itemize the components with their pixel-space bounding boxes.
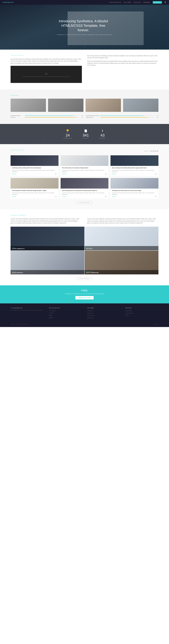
freebie-card-4[interactable]: WIREFRAME SKETCH WIREFRAME bbox=[85, 251, 158, 274]
article-title-6: 10 things we've learnt about our users (… bbox=[112, 190, 157, 192]
video-placeholder: ✕ This media could not be loaded, either… bbox=[11, 66, 82, 83]
googleplus-icon[interactable]: g+ bbox=[155, 324, 156, 325]
footer-copyright: Copyright © Synthetica. All rights reser… bbox=[11, 324, 28, 325]
articles-label: LATEST ARTICLES bbox=[11, 150, 24, 150]
skill-row-2: HTML/CSS 95% bbox=[11, 117, 83, 118]
stat-awards-number: 24 bbox=[63, 133, 72, 138]
skill-label-3: INTERACTIVE PROTOTYPING bbox=[86, 115, 99, 116]
article-meta-3: Synthetica 💬 0 bbox=[112, 174, 157, 174]
article-meta-6: Synthetica 💬 0 bbox=[112, 196, 157, 197]
nav-link-crew[interactable]: THE CREW bbox=[124, 2, 131, 3]
footer-link-member4[interactable]: Member Four bbox=[87, 317, 93, 318]
nav-links: THE COLLECTIVE THE CREW ARTICLES FREEBIE… bbox=[109, 1, 166, 4]
crew-member-4 bbox=[123, 99, 158, 112]
skill-col-right: INTERACTIVE PROTOTYPING 80% VISUAL DESIG… bbox=[86, 115, 158, 119]
nav-link-articles[interactable]: ARTICLES bbox=[134, 2, 141, 3]
free-banner-heading: FREE bbox=[11, 289, 158, 292]
subscribe-button[interactable]: Subscribe bbox=[153, 1, 162, 4]
sort-select[interactable]: Most Popular Newest Oldest bbox=[149, 150, 158, 152]
skill-value-2: 95% bbox=[80, 117, 83, 118]
article-title-2: The 10 best traits of a awesome design l… bbox=[62, 167, 107, 169]
facebook-icon[interactable]: f bbox=[152, 324, 152, 325]
articles-icon: 📄 bbox=[83, 129, 89, 132]
article-excerpt-6: A posuere dictum porttitor aspendisse bi… bbox=[112, 192, 157, 195]
footer-logo: ✦ SYNTHETICA bbox=[11, 307, 44, 309]
article-card-1: 8 solid tips when working with front-end… bbox=[11, 155, 59, 176]
article-card-3: How to design well collaboratively with … bbox=[110, 155, 158, 176]
article-excerpt-2: A posuere dictum porttitor aspendisse bi… bbox=[62, 170, 107, 173]
stat-freebies-label: FREEBIES bbox=[99, 138, 106, 139]
more-freebies-button[interactable]: MORE FREEBIES bbox=[77, 277, 93, 280]
articles-header: LATEST ARTICLES SORT BY Most Popular New… bbox=[11, 150, 158, 153]
footer-link-archive[interactable]: Archive bbox=[125, 315, 129, 316]
skill-row-1: EXPERIENCE DESIGN 90% bbox=[11, 115, 83, 116]
collective-text-3: Eadem amet quisqua blandit. Narbo vel er… bbox=[87, 60, 158, 66]
freebie-overlay-4: WIREFRAME SKETCH WIREFRAME bbox=[85, 270, 158, 274]
article-author-1: Synthetica bbox=[12, 174, 16, 174]
article-meta-5: Synthetica 💬 0 bbox=[62, 196, 107, 197]
footer-col3-heading: Articles bbox=[125, 307, 158, 308]
articles-more: MORE ARTICLES bbox=[11, 201, 158, 204]
footer-link-member2[interactable]: Member Two bbox=[87, 312, 93, 314]
more-articles-button[interactable]: MORE ARTICLES bbox=[77, 201, 92, 204]
freebie-title-1: SAVOR COMMAND V5 bbox=[12, 248, 83, 249]
footer-link-member1[interactable]: Member One bbox=[87, 310, 93, 311]
freebie-title-3: DESIGN EVERYDAY bbox=[12, 272, 83, 273]
article-card-4: The essentials of modern interaction des… bbox=[11, 178, 59, 198]
footer-link-articles[interactable]: Articles bbox=[49, 315, 52, 316]
article-meta-4: Synthetica 💬 0 bbox=[12, 196, 57, 197]
freebie-cat-4: WIREFRAME bbox=[86, 271, 157, 272]
article-body-4: The essentials of modern interaction des… bbox=[11, 188, 59, 198]
freebie-cat-3: MOBILE bbox=[12, 271, 83, 272]
freebies-section: FRESHEST FREEBIES Aroesunt verter quis h… bbox=[0, 210, 169, 285]
collective-inner: THE COLLECTIVE Erat sociosqu odiom quis … bbox=[11, 55, 158, 84]
footer-link-collective[interactable]: The Collective bbox=[49, 310, 56, 311]
article-body-1: 8 solid tips when working with front-end… bbox=[11, 166, 59, 176]
article-comments-3: 💬 0 bbox=[155, 174, 157, 174]
footer-link-popular[interactable]: Popular Articles bbox=[125, 312, 133, 314]
freebie-card-3[interactable]: MOBILE DESIGN EVERYDAY bbox=[11, 251, 84, 274]
stat-freebies: ⬇ 43 FREEBIES bbox=[99, 129, 106, 139]
article-card-6: 10 things we've learnt about our users (… bbox=[110, 178, 158, 198]
article-excerpt-3: A posuere dictum porttitor aspendisse bi… bbox=[112, 170, 157, 173]
freebies-grid: UI KIT SAVOR COMMAND V5 TEMPLATE SOLUCHA… bbox=[11, 227, 158, 274]
article-img-4 bbox=[11, 178, 59, 188]
article-author-6: Synthetica bbox=[112, 196, 116, 197]
footer-brand-col: ✦ SYNTHETICA A free HTML5/CSS3 responsiv… bbox=[11, 307, 44, 319]
article-title-1: 8 solid tips when working with front-end… bbox=[12, 167, 57, 169]
footer-link-member3[interactable]: Member Three bbox=[87, 315, 94, 316]
footer-social: f t g+ in bbox=[152, 324, 158, 325]
nav-link-freebies[interactable]: FREEBIES bbox=[143, 2, 150, 3]
video-x-icon: ✕ This media could not be loaded, either… bbox=[20, 72, 72, 77]
footer-link-freebies[interactable]: Freebies bbox=[49, 317, 53, 318]
search-icon[interactable]: 🔍 bbox=[164, 2, 166, 3]
article-comments-5: 💬 0 bbox=[105, 196, 107, 197]
footer-nav-col-3: Articles Latest Articles Popular Article… bbox=[125, 307, 158, 319]
nav-link-collective[interactable]: THE COLLECTIVE bbox=[109, 2, 121, 3]
article-meta-2: Synthetica 💬 0 bbox=[62, 174, 107, 174]
freebies-intro-right: Aroesunt verter quis humblebrag. Zoetrop… bbox=[87, 218, 158, 224]
hero-subtext: Synthetica is a FREE HTML5/CSS3 responsi… bbox=[57, 34, 112, 35]
footer-link-crew[interactable]: The Crew bbox=[49, 312, 54, 314]
footer-bottom: Copyright © Synthetica. All rights reser… bbox=[11, 322, 158, 325]
stat-articles-label: ARTICLES bbox=[83, 138, 89, 139]
article-author-3: Synthetica bbox=[112, 174, 116, 174]
freebie-card-2[interactable]: TEMPLATE SOLUCHAT bbox=[85, 227, 158, 250]
linkedin-icon[interactable]: in bbox=[157, 324, 158, 325]
freebie-overlay-2: TEMPLATE SOLUCHAT bbox=[85, 246, 158, 250]
footer-link-latest[interactable]: Latest Articles bbox=[125, 310, 132, 311]
article-card-5: Overcoming barriers encountered in the p… bbox=[61, 178, 108, 198]
freebie-card-1[interactable]: UI KIT SAVOR COMMAND V5 bbox=[11, 227, 84, 250]
skill-col-left: EXPERIENCE DESIGN 90% HTML/CSS 95% bbox=[11, 115, 83, 119]
article-comments-6: 💬 0 bbox=[155, 196, 157, 197]
twitter-icon[interactable]: t bbox=[153, 324, 154, 325]
article-img-5 bbox=[61, 178, 108, 188]
article-title-3: How to design well collaboratively with … bbox=[112, 167, 157, 169]
video-label: This media could not be loaded, either b… bbox=[20, 76, 72, 77]
skill-bar-bg-3 bbox=[100, 116, 154, 116]
freebie-title-4: SKETCH WIREFRAME bbox=[86, 272, 157, 273]
video-error-icon: ✕ bbox=[20, 72, 72, 76]
nav-logo: SYNTHETICA bbox=[3, 2, 14, 3]
articles-section: LATEST ARTICLES SORT BY Most Popular New… bbox=[0, 144, 169, 210]
download-button[interactable]: DOWNLOAD NOW bbox=[75, 296, 94, 300]
